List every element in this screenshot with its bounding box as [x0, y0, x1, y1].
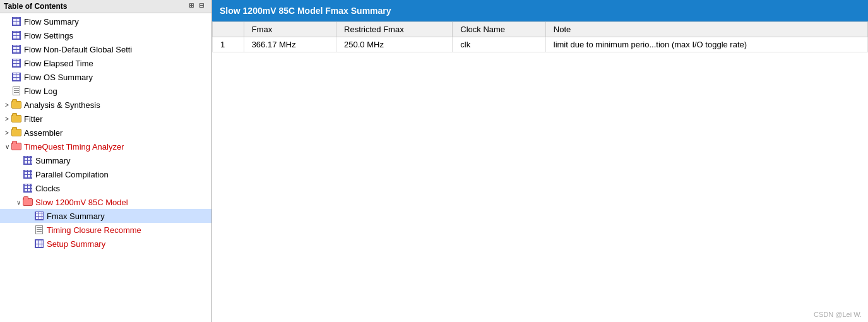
- left-panel: Table of Contents ⊞ ⊟ Flow SummaryFlow S…: [0, 0, 212, 322]
- expand-icon[interactable]: ∨: [14, 199, 23, 206]
- grid-icon: [12, 17, 21, 26]
- tree-item-label: Summary: [35, 156, 71, 165]
- tree-item-assembler[interactable]: >Assembler: [0, 126, 211, 140]
- tree-item-parallel-compilation[interactable]: Parallel Compilation: [0, 167, 211, 181]
- tree-item-label: Flow Elapsed Time: [24, 59, 93, 68]
- cell-fmax: 366.17 MHz: [244, 37, 336, 52]
- expand-icon[interactable]: >: [3, 102, 11, 109]
- folder-icon: [11, 129, 21, 136]
- grid-icon: [12, 45, 21, 54]
- tree-item-flow-settings[interactable]: Flow Settings: [0, 28, 211, 42]
- cell-note: limit due to minimum perio...tion (max I…: [545, 37, 867, 52]
- tree-item-analysis-synthesis[interactable]: >Analysis & Synthesis: [0, 98, 211, 112]
- tree-item-label: Fitter: [24, 114, 43, 124]
- tree-item-label: Clocks: [35, 184, 60, 193]
- tree-item-label: Flow OS Summary: [24, 73, 93, 82]
- grid-icon: [12, 59, 21, 68]
- grid-icon: [12, 73, 21, 81]
- tree-item-label: TimeQuest Timing Analyzer: [24, 142, 124, 152]
- col-header-clock_name: Clock Name: [453, 22, 546, 37]
- toc-header-icons: ⊞ ⊟: [189, 2, 208, 11]
- tree-item-flow-elapsed-time[interactable]: Flow Elapsed Time: [0, 56, 211, 70]
- page-title: Slow 1200mV 85C Model Fmax Summary: [220, 6, 391, 16]
- grid-icon: [12, 31, 21, 40]
- cell-num: 1: [213, 37, 244, 52]
- folder-red-icon: [11, 143, 21, 150]
- tree-item-timequest[interactable]: ∨TimeQuest Timing Analyzer: [0, 140, 211, 153]
- grid-icon: [23, 156, 32, 165]
- cell-restricted_fmax: 250.0 MHz: [336, 37, 453, 52]
- grid-icon: [23, 184, 32, 193]
- tree-item-label: Slow 1200mV 85C Model: [35, 198, 128, 207]
- doc-icon: [13, 86, 20, 95]
- tree-item-flow-log[interactable]: Flow Log: [0, 84, 211, 98]
- col-header-fmax: Fmax: [244, 22, 336, 37]
- tree-item-clocks[interactable]: Clocks: [0, 181, 211, 195]
- tree-item-timing-closure[interactable]: Timing Closure Recomme: [0, 223, 211, 237]
- expand-icon[interactable]: >: [3, 116, 11, 122]
- tree-item-label: Assembler: [24, 128, 62, 138]
- tree-item-label: Timing Closure Recomme: [47, 225, 141, 235]
- tree-item-label: Parallel Compilation: [35, 170, 109, 179]
- grid-icon: [23, 170, 32, 179]
- tree-item-fitter[interactable]: >Fitter: [0, 112, 211, 126]
- tree-item-flow-os-summary[interactable]: Flow OS Summary: [0, 70, 211, 84]
- col-header-num: [213, 22, 244, 37]
- folder-icon: [11, 115, 21, 122]
- tree-item-fmax-summary[interactable]: Fmax Summary: [0, 209, 211, 223]
- col-header-note: Note: [545, 22, 867, 37]
- grid-icon: [35, 212, 44, 220]
- settings-icon[interactable]: ⊟: [199, 2, 208, 11]
- watermark: CSDN @Lei W.: [814, 311, 862, 318]
- tree-item-flow-non-default[interactable]: Flow Non-Default Global Setti: [0, 42, 211, 56]
- toc-title: Table of Contents: [4, 2, 67, 11]
- tree-item-label: Analysis & Synthesis: [24, 100, 100, 110]
- tree-item-slow-model[interactable]: ∨Slow 1200mV 85C Model: [0, 195, 211, 209]
- folder-icon: [11, 101, 21, 109]
- tree-item-label: Fmax Summary: [47, 212, 105, 221]
- table-row: 1366.17 MHz250.0 MHzclklimit due to mini…: [213, 37, 868, 52]
- grid-icon: [35, 239, 44, 248]
- col-header-restricted_fmax: Restricted Fmax: [336, 22, 453, 37]
- tree-item-label: Flow Settings: [24, 31, 73, 40]
- tree-item-label: Flow Summary: [24, 17, 79, 27]
- tree-item-setup-summary[interactable]: Setup Summary: [0, 237, 211, 251]
- doc-icon: [35, 225, 43, 234]
- tree-item-label: Flow Non-Default Global Setti: [24, 45, 132, 54]
- tree-item-label: Setup Summary: [47, 239, 105, 249]
- expand-icon[interactable]: ∨: [3, 143, 11, 150]
- expand-icon[interactable]: >: [3, 129, 11, 136]
- right-header: Slow 1200mV 85C Model Fmax Summary: [212, 0, 868, 21]
- pin-icon[interactable]: ⊞: [189, 2, 198, 11]
- tree-item-summary[interactable]: Summary: [0, 153, 211, 167]
- tree-item-label: Flow Log: [24, 86, 57, 96]
- toc-header: Table of Contents ⊞ ⊟: [0, 0, 211, 13]
- cell-clock_name: clk: [453, 37, 546, 52]
- toc-tree: Flow SummaryFlow SettingsFlow Non-Defaul…: [0, 13, 211, 322]
- right-content: FmaxRestricted FmaxClock NameNote 1366.1…: [212, 21, 868, 322]
- right-panel: Slow 1200mV 85C Model Fmax Summary FmaxR…: [212, 0, 868, 322]
- data-table: FmaxRestricted FmaxClock NameNote 1366.1…: [212, 21, 868, 52]
- folder-red-icon: [23, 198, 33, 206]
- tree-item-flow-summary[interactable]: Flow Summary: [0, 15, 211, 28]
